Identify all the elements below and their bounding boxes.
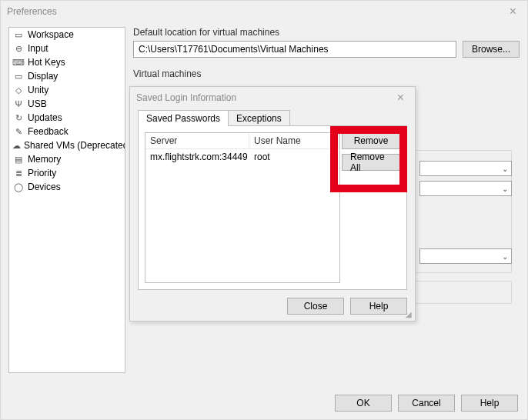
- sidebar-item-priority[interactable]: ≣Priority: [9, 166, 125, 180]
- sidebar-item-input[interactable]: ⊖Input: [9, 42, 125, 55]
- location-row: Browse...: [133, 41, 520, 58]
- unity-icon: ◇: [12, 85, 25, 95]
- modal-help-button[interactable]: Help: [350, 298, 407, 315]
- sidebar-item-hotkeys[interactable]: ⌨Hot Keys: [9, 55, 125, 69]
- tab-saved-passwords[interactable]: Saved Passwords: [138, 110, 229, 126]
- chevron-down-icon: ⌄: [502, 185, 508, 193]
- close-icon[interactable]: ×: [505, 5, 521, 18]
- bottom-buttons: OK Cancel Help: [335, 395, 518, 412]
- chevron-down-icon: ⌄: [502, 165, 508, 173]
- tabstrip: Saved Passwords Exceptions: [138, 110, 289, 126]
- cancel-button[interactable]: Cancel: [398, 395, 455, 412]
- sidebar-item-sharedvms[interactable]: ☁Shared VMs (Deprecated): [9, 138, 125, 152]
- combo-3[interactable]: ⌄: [419, 248, 512, 264]
- sidebar-item-label: USB: [28, 98, 47, 109]
- chevron-down-icon: ⌄: [502, 252, 508, 261]
- virtual-machines-label: Virtual machines: [133, 68, 520, 79]
- sidebar-item-label: Input: [28, 43, 48, 54]
- sidebar-item-display[interactable]: ▭Display: [9, 69, 125, 83]
- saved-login-dialog: Saved Login Information × Saved Password…: [129, 86, 416, 322]
- sidebar-item-memory[interactable]: ▤Memory: [9, 152, 125, 166]
- sidebar-item-feedback[interactable]: ✎Feedback: [9, 125, 125, 138]
- tab-panel: Server User Name mx.flightstrk.com:34449…: [138, 125, 407, 290]
- feedback-icon: ✎: [12, 126, 25, 137]
- display-icon: ▭: [12, 71, 25, 82]
- sharedvms-icon: ☁: [12, 140, 21, 151]
- devices-icon: ◯: [12, 182, 25, 192]
- combo-2[interactable]: ⌄: [419, 181, 512, 196]
- window-title: Preferences: [7, 6, 505, 17]
- sidebar-item-label: Unity: [28, 85, 48, 95]
- sidebar-item-usb[interactable]: ΨUSB: [9, 97, 125, 111]
- hotkeys-icon: ⌨: [12, 57, 25, 68]
- column-server[interactable]: Server: [145, 133, 249, 148]
- list-row[interactable]: mx.flightstrk.com:34449 root: [145, 149, 339, 165]
- list-header: Server User Name: [145, 133, 339, 149]
- ok-button[interactable]: OK: [335, 395, 392, 412]
- cell-server: mx.flightstrk.com:34449: [145, 149, 249, 165]
- default-location-label: Default location for virtual machines: [133, 27, 520, 38]
- side-buttons: Remove Remove All: [342, 132, 400, 171]
- sidebar-item-label: Priority: [28, 168, 56, 178]
- cell-username: root: [249, 149, 339, 165]
- sidebar-item-devices[interactable]: ◯Devices: [9, 180, 125, 194]
- sidebar-item-workspace[interactable]: ▭Workspace: [9, 28, 125, 42]
- resize-grip-icon[interactable]: ◢: [406, 312, 413, 319]
- column-username[interactable]: User Name: [249, 133, 339, 148]
- close-button[interactable]: Close: [287, 298, 344, 315]
- titlebar: Preferences ×: [1, 1, 527, 22]
- default-location-input[interactable]: [133, 41, 456, 58]
- combo-1[interactable]: ⌄: [419, 161, 512, 176]
- sidebar-item-label: Shared VMs (Deprecated): [24, 140, 125, 151]
- sidebar-item-label: Display: [28, 71, 58, 82]
- modal-bottom-buttons: Close Help: [287, 298, 407, 315]
- tab-exceptions[interactable]: Exceptions: [228, 110, 290, 126]
- usb-icon: Ψ: [12, 98, 25, 109]
- main-area: Default location for virtual machines Br…: [133, 27, 520, 79]
- browse-button[interactable]: Browse...: [463, 41, 520, 58]
- memory-icon: ▤: [12, 154, 25, 165]
- sidebar-item-label: Memory: [28, 154, 61, 165]
- sidebar-item-label: Hot Keys: [28, 57, 65, 68]
- sidebar-item-unity[interactable]: ◇Unity: [9, 83, 125, 97]
- remove-button[interactable]: Remove: [342, 132, 400, 149]
- workspace-icon: ▭: [12, 29, 25, 40]
- priority-icon: ≣: [12, 168, 25, 178]
- modal-titlebar: Saved Login Information ×: [130, 87, 415, 108]
- sidebar-item-updates[interactable]: ↻Updates: [9, 111, 125, 125]
- updates-icon: ↻: [12, 112, 25, 123]
- sidebar: ▭Workspace ⊖Input ⌨Hot Keys ▭Display ◇Un…: [8, 27, 125, 373]
- sidebar-item-label: Updates: [28, 112, 62, 123]
- sidebar-item-label: Devices: [28, 182, 61, 192]
- sidebar-item-label: Workspace: [28, 29, 74, 40]
- close-icon[interactable]: ×: [393, 91, 409, 105]
- help-button[interactable]: Help: [461, 395, 518, 412]
- input-icon: ⊖: [12, 43, 25, 54]
- saved-passwords-list: Server User Name mx.flightstrk.com:34449…: [145, 132, 340, 283]
- sidebar-item-label: Feedback: [28, 126, 69, 137]
- modal-title: Saved Login Information: [136, 92, 393, 103]
- remove-all-button[interactable]: Remove All: [342, 154, 400, 171]
